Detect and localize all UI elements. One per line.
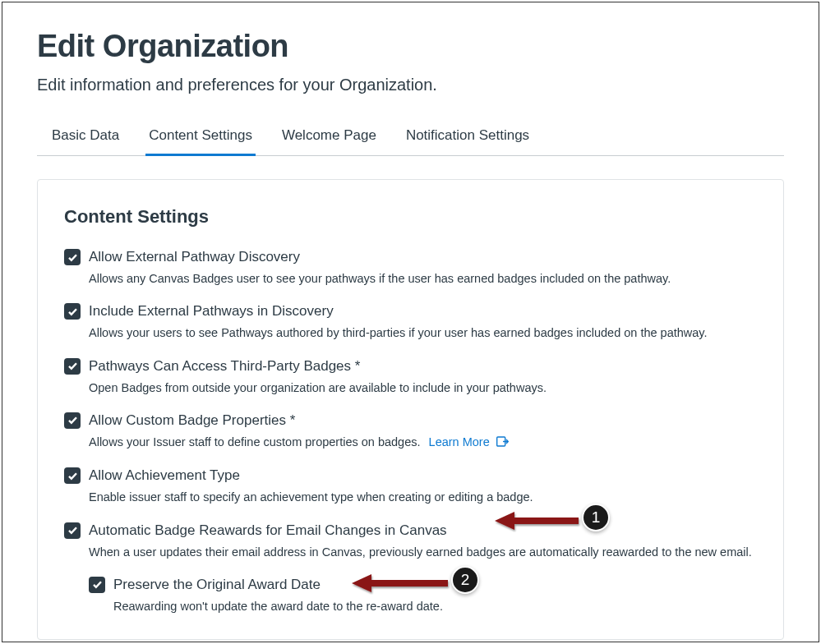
checkbox-preserve-award-date[interactable]	[89, 577, 105, 593]
checkbox-include-external-pathways[interactable]	[64, 303, 81, 320]
checkbox-achievement-type[interactable]	[64, 467, 81, 484]
setting-desc: Enable issuer staff to specify an achiev…	[89, 489, 757, 505]
setting-desc: Allows your Issuer staff to define custo…	[89, 434, 757, 451]
check-icon	[67, 252, 78, 263]
setting-desc: Allows any Canvas Badges user to see you…	[89, 270, 757, 287]
setting-label: Allow Custom Badge Properties *	[89, 412, 295, 429]
setting-achievement-type: Allow Achievement Type Enable issuer sta…	[64, 467, 757, 505]
page-title: Edit Organization	[37, 29, 784, 64]
check-icon	[92, 579, 103, 590]
checkbox-third-party-badges[interactable]	[64, 358, 81, 375]
tab-content-settings[interactable]: Content Settings	[145, 119, 256, 156]
panel-title: Content Settings	[64, 206, 757, 228]
setting-label: Allow Achievement Type	[89, 467, 240, 484]
tab-basic-data[interactable]: Basic Data	[48, 119, 122, 156]
setting-preserve-award-date: Preserve the Original Award Date Reaward…	[89, 577, 757, 614]
learn-more-link[interactable]: Learn More	[429, 435, 490, 448]
page-subtitle: Edit information and preferences for you…	[37, 76, 784, 94]
page-container: Edit Organization Edit information and p…	[2, 2, 819, 642]
setting-desc: Allows your users to see Pathways author…	[89, 324, 757, 341]
check-icon	[67, 306, 78, 317]
setting-label: Automatic Badge Reawards for Email Chang…	[89, 522, 447, 539]
setting-third-party-badges: Pathways Can Access Third-Party Badges *…	[64, 358, 757, 396]
setting-label: Pathways Can Access Third-Party Badges *	[89, 358, 360, 375]
setting-external-pathway-discovery: Allow External Pathway Discovery Allows …	[64, 249, 757, 287]
setting-label: Preserve the Original Award Date	[113, 577, 321, 593]
check-icon	[67, 415, 78, 426]
external-link-icon	[496, 435, 509, 451]
check-icon	[67, 525, 78, 536]
tab-welcome-page[interactable]: Welcome Page	[279, 119, 380, 156]
checkbox-automatic-reawards[interactable]	[64, 522, 81, 539]
setting-custom-badge-properties: Allow Custom Badge Properties * Allows y…	[64, 412, 757, 451]
setting-label: Include External Pathways in Discovery	[89, 303, 334, 320]
setting-desc: Open Badges from outside your organizati…	[89, 380, 757, 396]
setting-desc-text: Allows your Issuer staff to define custo…	[89, 435, 421, 448]
tab-notification-settings[interactable]: Notification Settings	[403, 119, 533, 156]
checkbox-custom-badge-properties[interactable]	[64, 412, 81, 429]
settings-panel: Content Settings Allow External Pathway …	[37, 179, 784, 640]
checkbox-external-pathway-discovery[interactable]	[64, 249, 81, 265]
check-icon	[67, 471, 78, 481]
setting-desc: When a user updates their email address …	[89, 544, 757, 560]
setting-include-external-pathways: Include External Pathways in Discovery A…	[64, 303, 757, 341]
setting-label: Allow External Pathway Discovery	[89, 249, 300, 265]
tabs: Basic Data Content Settings Welcome Page…	[37, 119, 784, 156]
setting-automatic-reawards: Automatic Badge Reawards for Email Chang…	[64, 522, 757, 560]
setting-desc: Reawarding won't update the award date t…	[113, 598, 757, 614]
check-icon	[67, 361, 78, 371]
